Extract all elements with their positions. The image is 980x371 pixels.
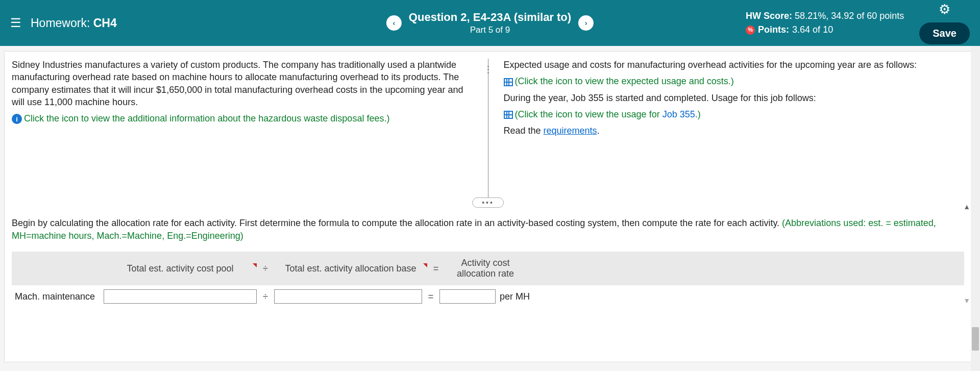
unit-label: per MH [500,291,530,302]
hw-score: HW Score: 58.21%, 34.92 of 60 points [746,9,904,23]
homework-title: Homework: CH4 [31,16,117,30]
input-cost-pool[interactable] [104,289,257,304]
header-allocation-rate: Activity cost allocation rate [445,258,526,280]
divider-handle[interactable] [484,52,492,87]
content-panel: Sidney Industries manufactures a variety… [4,51,972,362]
percent-icon: % [746,26,755,35]
info-link-text: Click the icon to view the additional in… [24,113,389,123]
op-divide: ÷ [257,263,274,274]
problem-right-column: Expected usage and costs for manufacturi… [488,59,965,200]
data-link-text1: (Click the icon to view the expected usa… [515,76,734,86]
job-link: Job 355 [663,109,695,119]
info-icon: i [12,114,22,124]
read-requirements: Read the requirements. [504,125,965,137]
period: . [597,126,600,136]
save-button[interactable]: Save [919,22,970,44]
input-allocation-rate[interactable] [439,289,496,304]
header-actions: ⚙ Save [919,2,970,44]
points-label: Points: [758,23,789,37]
page-scrollbar[interactable] [971,46,980,371]
table-icon [504,78,513,86]
data-link-job355[interactable]: (Click the icon to view the usage for Jo… [504,108,965,120]
menu-icon[interactable]: ☰ [10,16,21,30]
homework-label: Homework: [31,16,90,30]
next-question-button[interactable]: › [578,15,594,31]
problem-left-column: Sidney Industries manufactures a variety… [12,59,488,200]
question-title: Question 2, E4-23A (similar to) [409,11,571,24]
row-label-mach-maintenance: Mach. maintenance [12,291,104,302]
table-icon [504,111,513,119]
score-block: HW Score: 58.21%, 34.92 of 60 points % P… [746,9,904,37]
problem-text: Sidney Industries manufactures a variety… [12,59,473,108]
question-nav: ‹ Question 2, E4-23A (similar to) Part 5… [386,11,594,35]
header-right: HW Score: 58.21%, 34.92 of 60 points % P… [746,2,970,44]
right-text-1: Expected usage and costs for manufacturi… [504,59,965,71]
info-link-hazardous[interactable]: iClick the icon to view the additional i… [12,112,473,125]
points-row: % Points: 3.64 of 10 [746,23,904,37]
homework-name: CH4 [93,16,117,30]
data-link-text2b: .) [695,109,701,119]
op-divide: ÷ [257,291,274,302]
problem-section: Sidney Industries manufactures a variety… [5,52,971,200]
table-row: Mach. maintenance ÷ = per MH [12,285,964,308]
right-text-2: During the year, Job 355 is started and … [504,92,965,104]
data-link-usage-costs[interactable]: (Click the icon to view the expected usa… [504,75,965,87]
read-the-label: Read the [504,126,544,136]
scrollbar-thumb[interactable] [972,327,979,351]
prev-question-button[interactable]: ‹ [386,15,402,31]
formula-table: Total est. activity cost pool ÷ Total es… [12,252,964,308]
requirements-link[interactable]: requirements [544,126,597,136]
gear-icon[interactable]: ⚙ [939,2,950,17]
points-value: 3.64 of 10 [792,23,833,37]
app-header: ☰ Homework: CH4 ‹ Question 2, E4-23A (si… [0,0,980,46]
scroll-up-icon[interactable]: ▲ [963,203,970,211]
op-equals: = [427,263,445,274]
instruction-main: Begin by calculating the allocation rate… [12,218,782,228]
table-header-row: Total est. activity cost pool ÷ Total es… [12,252,964,285]
input-allocation-base[interactable] [274,289,422,304]
question-info: Question 2, E4-23A (similar to) Part 5 o… [409,11,571,35]
data-link-text2a: (Click the icon to view the usage for [515,109,663,119]
answer-section: ▲ ▼ Begin by calculating the allocation … [5,200,971,308]
question-part: Part 5 of 9 [409,25,571,35]
op-equals: = [422,291,439,302]
scroll-down-icon[interactable]: ▼ [963,296,970,305]
header-cost-pool[interactable]: Total est. activity cost pool [104,263,257,274]
hw-score-label: HW Score: [746,11,792,21]
hw-score-value: 58.21%, 34.92 of 60 points [795,11,904,21]
instruction-text: Begin by calculating the allocation rate… [12,217,964,242]
header-allocation-base[interactable]: Total est. activity allocation base [274,263,427,274]
